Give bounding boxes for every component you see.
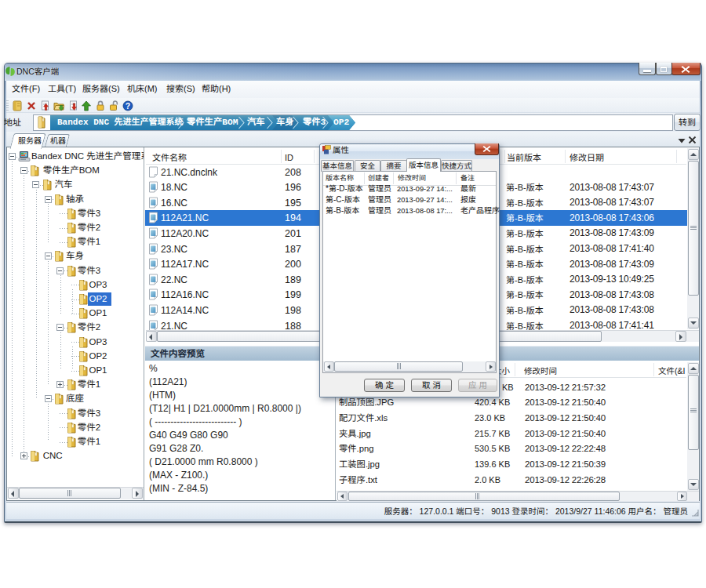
- svg-text:?: ?: [126, 101, 130, 111]
